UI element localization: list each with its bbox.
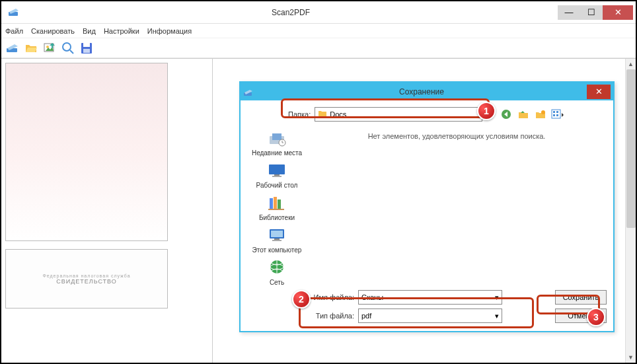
svg-rect-8 (83, 49, 90, 53)
svg-rect-23 (270, 198, 273, 209)
menu-file[interactable]: Файл (5, 27, 23, 35)
up-folder-icon[interactable] (517, 108, 530, 121)
dialog-body: Папка: Docs Недавние места Рабоч (241, 100, 613, 331)
filename-label: Имя файла: (307, 293, 354, 301)
computer-icon (266, 225, 288, 245)
place-recent-label: Недавние места (252, 149, 302, 157)
view-mode-icon[interactable] (551, 108, 564, 121)
place-desktop[interactable]: Рабочий стол (256, 161, 298, 189)
toolbar (1, 38, 636, 58)
menu-info[interactable]: Информация (147, 27, 192, 35)
cancel-button[interactable]: Отмена (555, 309, 607, 323)
folder-value: Docs (330, 110, 346, 118)
folder-label: Папка: (288, 110, 311, 118)
filename-input[interactable]: Сканы ▾ (358, 290, 502, 305)
svg-rect-28 (271, 231, 283, 237)
thumbnail-panel: Федеральная налоговая служба СВИДЕТЕЛЬСТ… (1, 59, 213, 363)
app-icon (8, 8, 20, 17)
place-desktop-label: Рабочий стол (256, 182, 298, 189)
filetype-value: pdf (361, 312, 371, 320)
filename-value: Сканы (361, 293, 383, 301)
place-libraries-label: Библиотеки (259, 214, 295, 221)
new-folder-icon[interactable] (534, 108, 547, 121)
folder-row: Папка: Docs (247, 104, 607, 127)
dialog-bottom: Имя файла: Сканы ▾ Сохранить Тип файла: … (247, 286, 607, 327)
svg-rect-18 (272, 133, 281, 140)
scroll-down-icon[interactable]: ▼ (626, 352, 636, 363)
svg-point-4 (63, 43, 71, 51)
save-icon[interactable] (79, 41, 94, 55)
svg-rect-14 (556, 111, 558, 113)
folder-tools (500, 108, 564, 121)
cert-title: СВИДЕТЕЛЬСТВО (56, 278, 117, 285)
folder-icon (318, 110, 327, 119)
cert-subtitle: Федеральная налоговая служба (42, 273, 130, 278)
zoom-icon[interactable] (61, 41, 75, 55)
folder-combo[interactable]: Docs (315, 107, 482, 122)
dialog-icon (243, 88, 254, 96)
empty-message: Нет элементов, удовлетворяющих условиям … (311, 129, 603, 140)
svg-rect-12 (552, 110, 560, 118)
svg-rect-13 (553, 111, 555, 113)
file-list-area: Нет элементов, удовлетворяющих условиям … (307, 127, 607, 286)
thumbnail-2[interactable]: Федеральная налоговая служба СВИДЕТЕЛЬСТ… (5, 249, 168, 309)
svg-rect-24 (274, 197, 277, 209)
svg-rect-15 (553, 114, 555, 116)
dialog-titlebar: Сохранение ✕ (241, 83, 613, 100)
svg-rect-20 (269, 164, 285, 174)
svg-rect-21 (274, 174, 280, 176)
menu-view[interactable]: Вид (83, 27, 96, 35)
filename-row: Имя файла: Сканы ▾ Сохранить (307, 290, 607, 305)
svg-rect-29 (274, 238, 280, 240)
recent-icon (266, 128, 288, 148)
open-icon[interactable] (24, 41, 38, 55)
svg-rect-7 (83, 43, 90, 47)
menu-settings[interactable]: Настройки (104, 27, 139, 35)
svg-rect-26 (268, 209, 284, 210)
thumbnail-1[interactable] (5, 63, 168, 241)
dialog-close-button[interactable]: ✕ (587, 85, 611, 99)
back-icon[interactable] (500, 108, 513, 121)
maximize-button[interactable]: ☐ (580, 5, 603, 20)
svg-rect-25 (278, 200, 281, 209)
import-image-icon[interactable] (42, 41, 57, 55)
network-icon (266, 258, 288, 277)
place-computer-label: Этот компьютер (252, 246, 302, 254)
desktop-icon (266, 161, 288, 180)
svg-rect-22 (272, 176, 281, 177)
scan-icon[interactable] (5, 41, 20, 55)
save-button[interactable]: Сохранить (555, 290, 607, 305)
libraries-icon (266, 193, 288, 213)
dialog-title: Сохранение (256, 87, 587, 96)
scroll-thumb[interactable] (626, 69, 636, 228)
chevron-down-icon: ▾ (495, 293, 499, 302)
svg-line-5 (70, 50, 73, 54)
place-network-label: Сеть (270, 279, 284, 286)
place-computer[interactable]: Этот компьютер (252, 225, 302, 254)
place-libraries[interactable]: Библиотеки (259, 193, 295, 221)
filetype-select[interactable]: pdf ▾ (358, 309, 502, 323)
place-network[interactable]: Сеть (266, 258, 288, 286)
place-recent[interactable]: Недавние места (252, 128, 302, 157)
window-title: Scan2PDF (24, 8, 558, 17)
svg-rect-30 (272, 240, 281, 241)
svg-point-11 (541, 110, 545, 114)
scroll-up-icon[interactable]: ▲ (626, 59, 636, 69)
menubar: Файл Сканировать Вид Настройки Информаци… (1, 24, 636, 38)
minimize-button[interactable]: — (558, 5, 580, 20)
places-row: Недавние места Рабочий стол Библиотеки Э… (247, 127, 607, 286)
close-button[interactable]: ✕ (603, 5, 633, 20)
chevron-down-icon: ▾ (495, 312, 499, 320)
window-controls: — ☐ ✕ (558, 5, 633, 20)
filetype-row: Тип файла: pdf ▾ Отмена (307, 309, 607, 323)
filetype-label: Тип файла: (307, 312, 354, 320)
menu-scan[interactable]: Сканировать (31, 27, 75, 35)
titlebar: Scan2PDF — ☐ ✕ (1, 1, 636, 24)
places-bar: Недавние места Рабочий стол Библиотеки Э… (247, 127, 307, 286)
save-dialog: Сохранение ✕ Папка: Docs Недавние места (239, 81, 615, 332)
scrollbar[interactable]: ▲ ▼ (625, 59, 636, 363)
svg-rect-16 (556, 114, 558, 116)
